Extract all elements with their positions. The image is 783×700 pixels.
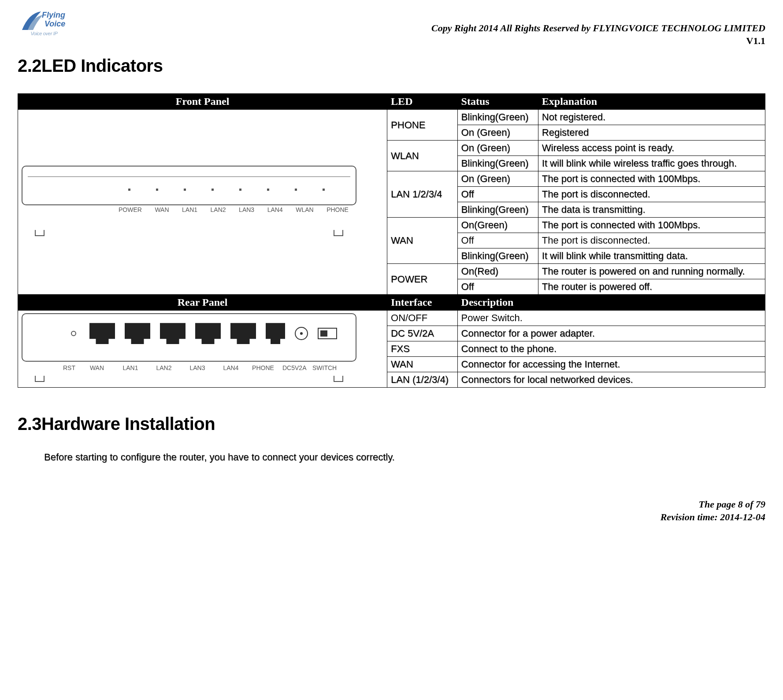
hardware-intro-text: Before starting to configure the router,… — [44, 452, 765, 463]
expl-cell: The router is powered off. — [538, 279, 765, 295]
rear-label: LAN2 — [151, 364, 177, 371]
copyright-block: Copy Right 2014 All Rights Reserved by F… — [431, 22, 765, 47]
expl-cell: The router is powered on and running nor… — [538, 264, 765, 279]
rear-panel-header-row: Rear Panel Interface Description — [18, 295, 765, 311]
col-explanation: Explanation — [538, 94, 765, 110]
desc-cell: Connector for a power adapter. — [457, 326, 765, 341]
front-label: LAN3 — [239, 206, 254, 213]
status-cell: On (Green) — [457, 125, 538, 141]
table-row: POWER WAN LAN1 LAN2 LAN3 LAN4 WLAN PHONE… — [18, 110, 765, 125]
status-cell: Blinking(Green) — [457, 110, 538, 125]
port-rst-icon — [71, 331, 76, 336]
expl-cell: Not registered. — [538, 110, 765, 125]
front-label: LAN2 — [211, 206, 226, 213]
expl-cell: The port is connected with 100Mbps. — [538, 218, 765, 233]
expl-cell: It will blink while wireless traffic goe… — [538, 156, 765, 171]
status-cell: Blinking(Green) — [457, 156, 538, 171]
expl-cell: Registered — [538, 125, 765, 141]
front-label: LAN4 — [267, 206, 283, 213]
copyright-text: Copy Right 2014 All Rights Reserved by F… — [431, 22, 765, 35]
status-cell: Off — [457, 233, 538, 248]
footer-revision: Revision time: 2014-12-04 — [18, 511, 765, 524]
rear-label: WAN — [84, 364, 110, 371]
status-cell: Off — [457, 187, 538, 202]
port-lan4-icon — [230, 323, 256, 344]
col-interface: Interface — [387, 295, 457, 311]
page-footer: The page 8 of 79 Revision time: 2014-12-… — [18, 498, 765, 523]
desc-cell: Connect to the phone. — [457, 341, 765, 357]
expl-cell: The data is transmitting. — [538, 202, 765, 218]
led-wlan: WLAN — [387, 141, 457, 171]
front-panel-illustration: POWER WAN LAN1 LAN2 LAN3 LAN4 WLAN PHONE — [22, 166, 356, 236]
status-cell: On (Green) — [457, 171, 538, 187]
led-power: POWER — [387, 264, 457, 295]
rear-label: RST — [62, 364, 76, 371]
port-switch-icon — [318, 328, 337, 339]
status-cell: On(Green) — [457, 218, 538, 233]
status-cell: Blinking(Green) — [457, 248, 538, 264]
front-label: WAN — [155, 206, 169, 213]
led-indicators-table: Front Panel LED Status Explanation POWER… — [18, 93, 765, 388]
desc-cell: Power Switch. — [457, 311, 765, 326]
expl-cell: The port is disconnected. — [538, 187, 765, 202]
section-hardware-installation-title: 2.3Hardware Installation — [18, 414, 765, 434]
col-status: Status — [457, 94, 538, 110]
rear-label: LAN4 — [218, 364, 244, 371]
iface-cell: LAN (1/2/3/4) — [387, 372, 457, 388]
expl-cell: The port is connected with 100Mbps. — [538, 171, 765, 187]
svg-text:Voice: Voice — [45, 19, 65, 28]
rear-panel-illustration: RST WAN LAN1 LAN2 LAN3 LAN4 PHONE DC5V2A… — [22, 313, 356, 382]
iface-cell: ON/OFF — [387, 311, 457, 326]
col-rear-panel: Rear Panel — [18, 295, 387, 311]
rear-label: PHONE — [252, 364, 275, 371]
page-header: Flying Voice Voice over IP Copy Right 20… — [18, 9, 765, 47]
led-lan: LAN 1/2/3/4 — [387, 171, 457, 218]
front-panel-header-row: Front Panel LED Status Explanation — [18, 94, 765, 110]
expl-cell: Wireless access point is ready. — [538, 141, 765, 156]
status-cell: Blinking(Green) — [457, 202, 538, 218]
port-lan2-icon — [160, 323, 186, 344]
front-panel-image-cell: POWER WAN LAN1 LAN2 LAN3 LAN4 WLAN PHONE — [18, 110, 387, 295]
port-wan-icon — [89, 323, 115, 344]
iface-cell: FXS — [387, 341, 457, 357]
svg-text:Flying: Flying — [42, 11, 65, 19]
expl-cell: It will blink while transmitting data. — [538, 248, 765, 264]
logo: Flying Voice Voice over IP — [18, 9, 71, 36]
footer-page-number: The page 8 of 79 — [18, 498, 765, 511]
front-label: WLAN — [296, 206, 313, 213]
led-phone: PHONE — [387, 110, 457, 141]
port-phone-icon — [266, 323, 285, 344]
expl-cell: The port is disconnected. — [538, 233, 765, 248]
section-led-indicators-title: 2.2LED Indicators — [18, 56, 765, 76]
col-front-panel: Front Panel — [18, 94, 387, 110]
status-cell: On (Green) — [457, 141, 538, 156]
desc-cell: Connector for accessing the Internet. — [457, 357, 765, 372]
front-label: POWER — [119, 206, 142, 213]
rear-label: LAN1 — [118, 364, 143, 371]
led-wan: WAN — [387, 218, 457, 264]
col-description: Description — [457, 295, 765, 311]
rear-label: DC5V2A — [282, 364, 304, 371]
rear-label: LAN3 — [185, 364, 210, 371]
col-led: LED — [387, 94, 457, 110]
front-label: PHONE — [327, 206, 349, 213]
port-lan3-icon — [195, 323, 221, 344]
iface-cell: DC 5V/2A — [387, 326, 457, 341]
status-cell: Off — [457, 279, 538, 295]
iface-cell: WAN — [387, 357, 457, 372]
rear-panel-image-cell: RST WAN LAN1 LAN2 LAN3 LAN4 PHONE DC5V2A… — [18, 311, 387, 388]
front-label: LAN1 — [182, 206, 197, 213]
rear-label: SWITCH — [312, 364, 334, 371]
status-cell: On(Red) — [457, 264, 538, 279]
version-text: V1.1 — [431, 35, 765, 48]
port-dc-icon — [295, 327, 308, 340]
port-lan1-icon — [125, 323, 150, 344]
desc-cell: Connectors for local networked devices. — [457, 372, 765, 388]
logo-tagline: Voice over IP — [30, 31, 57, 36]
flyingvoice-logo-icon: Flying Voice — [20, 9, 68, 31]
table-row: RST WAN LAN1 LAN2 LAN3 LAN4 PHONE DC5V2A… — [18, 311, 765, 326]
